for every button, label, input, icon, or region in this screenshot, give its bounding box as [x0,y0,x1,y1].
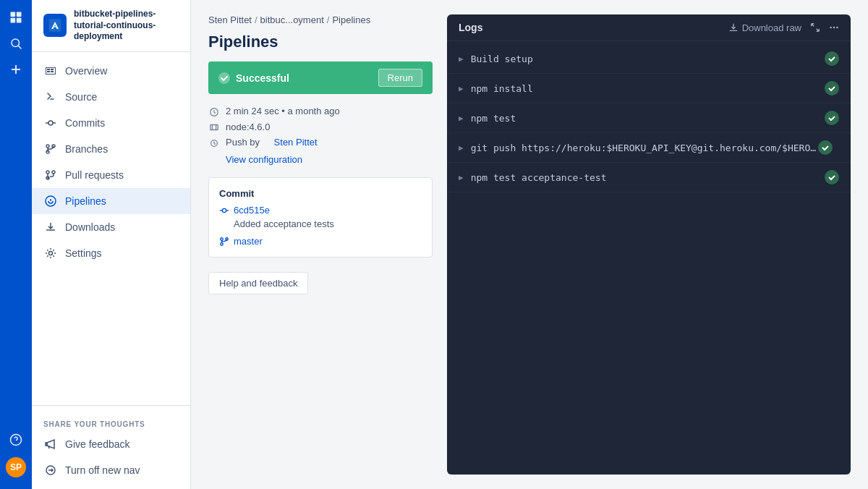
logs-actions: Download raw [728,22,839,33]
sidebar-item-overview-label: Overview [65,65,107,77]
icon-rail: SP [0,0,32,489]
share-thoughts-label: SHARE YOUR THOUGHTS [32,412,190,431]
user-avatar[interactable]: SP [6,457,26,477]
download-icon [728,22,739,33]
sidebar-nav: Overview Source Commits [32,52,190,405]
sidebar: bitbucket-pipelines-tutorial-continuous-… [32,0,191,489]
source-icon [43,90,58,104]
log-row[interactable]: ▶ npm install [447,74,851,103]
more-actions-button[interactable] [829,22,839,33]
sidebar-item-source-label: Source [65,91,97,103]
svg-point-4 [12,39,20,47]
status-text: Successful [236,72,289,84]
logs-title: Logs [459,22,482,33]
svg-point-13 [46,145,49,148]
push-author-link[interactable]: Sten Pittet [274,137,318,148]
sidebar-item-pipelines-label: Pipelines [65,195,106,207]
sidebar-item-overview[interactable]: Overview [32,58,190,84]
rail-home-icon[interactable] [4,6,27,29]
view-config-link[interactable]: View configuration [226,154,302,165]
settings-icon [43,246,58,260]
log-row[interactable]: ▶ npm test [447,103,851,133]
sidebar-item-commits[interactable]: Commits [32,110,190,136]
svg-rect-0 [11,12,16,17]
log-row[interactable]: ▶ git push https://heroku:$HEROKU_API_KE… [447,133,851,163]
log-chevron-2: ▶ [459,84,464,93]
help-feedback-button[interactable]: Help and feedback [208,272,308,294]
svg-point-23 [218,72,230,84]
breadcrumb-user[interactable]: Sten Pittet [208,14,252,25]
turn-off-nav-item[interactable]: Turn off new nav [32,457,190,483]
svg-point-21 [49,251,53,255]
log-chevron-3: ▶ [459,114,464,123]
svg-point-29 [222,209,226,213]
breadcrumb-repo[interactable]: bitbuc...oyment [260,14,324,25]
rail-create-icon[interactable] [4,58,27,81]
pipelines-icon [43,194,58,208]
success-check-icon [218,72,230,84]
log-text-1: Build setup [471,54,825,64]
sidebar-footer: SHARE YOUR THOUGHTS Give feedback Turn o… [32,405,190,489]
status-left: Successful [218,72,289,84]
svg-point-37 [836,27,838,29]
expand-logs-button[interactable] [810,22,820,33]
commit-hash-icon [219,205,229,216]
sidebar-item-downloads[interactable]: Downloads [32,214,190,240]
svg-rect-3 [17,18,22,23]
clock-icon [208,106,220,117]
svg-point-16 [46,171,49,174]
more-icon [829,22,839,33]
svg-rect-1 [17,12,22,17]
commit-branch-row: master [219,235,422,247]
log-row[interactable]: ▶ Build setup [447,44,851,74]
sidebar-header: bitbucket-pipelines-tutorial-continuous-… [32,0,190,52]
turn-off-icon [43,463,58,477]
give-feedback-label: Give feedback [65,438,130,450]
sidebar-item-source[interactable]: Source [32,84,190,110]
logs-header: Logs Download raw [447,14,851,41]
duration-row: 2 min 24 sec • a month ago [208,106,433,117]
breadcrumb-sep-2: / [327,14,330,25]
branch-link[interactable]: master [234,236,263,247]
sidebar-item-branches[interactable]: Branches [32,136,190,162]
breadcrumb: Sten Pittet / bitbuc...oyment / Pipeline… [208,14,433,25]
repo-name: bitbucket-pipelines-tutorial-continuous-… [74,9,179,43]
log-text-5: npm test acceptance-test [471,172,825,183]
sidebar-item-pipelines[interactable]: Pipelines [32,188,190,214]
overview-icon [43,64,58,78]
commit-hash-row: 6cd515e [219,205,422,216]
duration-text: 2 min 24 sec • a month ago [226,106,340,116]
status-bar: Successful Rerun [208,61,433,94]
rerun-button[interactable]: Rerun [378,69,422,87]
node-text: node:4.6.0 [226,122,270,132]
commits-icon [43,116,58,130]
branches-icon [43,142,58,156]
repo-logo [43,14,67,37]
rail-help-icon[interactable] [4,428,27,451]
svg-rect-2 [11,18,16,23]
log-status-2 [825,81,839,95]
svg-point-36 [833,27,835,29]
commit-hash-link[interactable]: 6cd515e [234,205,270,216]
push-row: Push by Sten Pittet [208,137,433,148]
sidebar-item-settings[interactable]: Settings [32,240,190,266]
megaphone-icon [43,437,58,451]
log-text-3: npm test [471,113,825,124]
sidebar-item-pull-requests[interactable]: Pull requests [32,162,190,188]
log-status-5 [825,170,839,184]
log-chevron-1: ▶ [459,54,464,64]
node-icon [208,122,220,133]
download-raw-button[interactable]: Download raw [728,22,801,33]
push-by-text: Push by [226,137,260,148]
log-row[interactable]: ▶ npm test acceptance-test [447,163,851,192]
svg-point-17 [52,171,55,174]
pull-requests-icon [43,168,58,182]
rail-search-icon[interactable] [4,32,27,55]
commit-label: Commit [219,188,422,199]
give-feedback-item[interactable]: Give feedback [32,431,190,457]
meta-info: 2 min 24 sec • a month ago node:4.6.0 [208,106,433,166]
download-raw-label: Download raw [742,22,801,33]
left-panel: Sten Pittet / bitbuc...oyment / Pipeline… [208,14,433,475]
breadcrumb-sep-1: / [255,14,258,25]
log-status-3 [825,111,839,125]
